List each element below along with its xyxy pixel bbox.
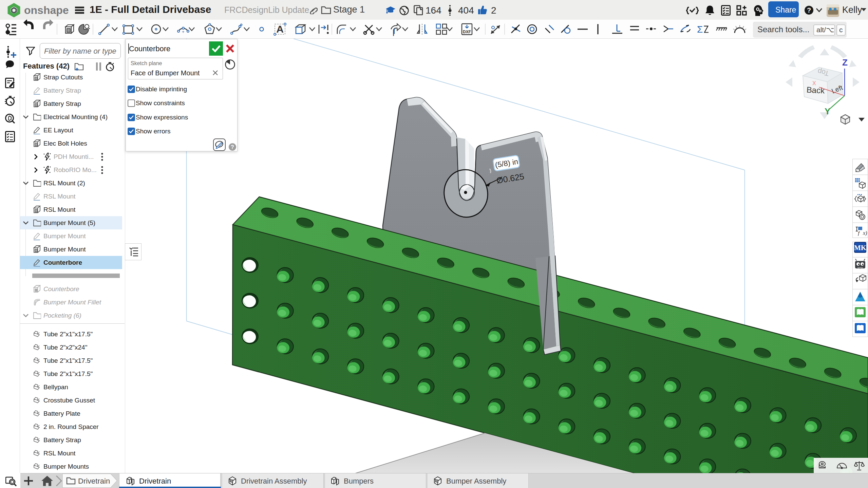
- svg-text:Y: Y: [825, 106, 830, 116]
- svg-text:x): x): [863, 230, 867, 236]
- svg-text:alt/⌥: alt/⌥: [816, 26, 834, 34]
- svg-text:+: +: [182, 29, 185, 34]
- svg-text:?: ?: [231, 144, 234, 150]
- svg-text:MK: MK: [854, 244, 867, 252]
- svg-text:Z: Z: [842, 57, 848, 68]
- svg-text:c: c: [839, 26, 843, 34]
- svg-text:?: ?: [807, 6, 811, 14]
- svg-text:X: X: [812, 80, 816, 86]
- svg-text:DXF: DXF: [463, 30, 471, 34]
- svg-text:Back: Back: [806, 85, 825, 95]
- svg-text:ƒ: ƒ: [857, 230, 860, 236]
- svg-text:Σ: Σ: [697, 24, 703, 35]
- svg-text:Search tools...: Search tools...: [757, 25, 809, 34]
- svg-text:A: A: [276, 23, 284, 35]
